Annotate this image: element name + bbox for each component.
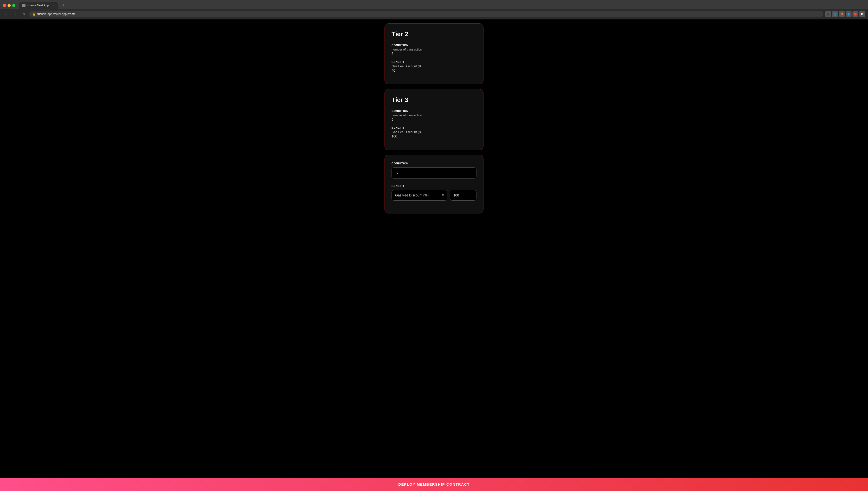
tier-3-benefit-label: BENEFIT [392, 126, 476, 129]
extension-icon-1[interactable]: ⬛ [825, 11, 831, 17]
minimize-window-button[interactable] [7, 4, 11, 7]
form-condition-section: CONDITION [392, 162, 476, 179]
extension-icon-4[interactable]: 🔷 [846, 11, 851, 17]
browser-chrome: Create Next App ✕ + ← → ↻ 🔒 fuchsia-app.… [0, 0, 868, 20]
tier-3-condition-value: 5 [392, 118, 476, 121]
window-controls [3, 4, 15, 7]
content-inner: Tier 2 CONDITION number of transaction 5… [381, 20, 487, 222]
tier-2-title: Tier 2 [392, 30, 476, 38]
tier-2-card: Tier 2 CONDITION number of transaction 5… [384, 23, 484, 84]
extension-icon-6[interactable]: 🅰 [859, 11, 865, 17]
active-tab[interactable]: Create Next App ✕ [19, 2, 58, 9]
tier-3-benefit-sublabel: Gas Fee Discount (%) [392, 130, 476, 134]
benefit-row: Gas Fee Discount (%) Cashback (%) Fixed … [392, 190, 476, 201]
new-tier-form-card: CONDITION BENEFIT Gas Fee Discount (%) C… [384, 155, 484, 213]
tab-close-icon[interactable]: ✕ [51, 3, 55, 7]
maximize-window-button[interactable] [12, 4, 15, 7]
url-bar[interactable]: 🔒 fuchsia-app.vercel.app/create [29, 11, 824, 17]
address-bar: ← → ↻ 🔒 fuchsia-app.vercel.app/create ⬛ … [0, 9, 868, 20]
tier-2-benefit-sublabel: Gas Fee Discount (%) [392, 64, 476, 68]
tab-favicon-icon [22, 4, 26, 7]
extension-icon-5[interactable]: 🔴 [852, 11, 858, 17]
back-button[interactable]: ← [3, 11, 10, 18]
lock-icon: 🔒 [32, 12, 36, 16]
close-window-button[interactable] [3, 4, 6, 7]
extension-icon-2[interactable]: 🌐 [832, 11, 838, 17]
form-benefit-section: BENEFIT Gas Fee Discount (%) Cashback (%… [392, 184, 476, 201]
browser-extensions: ⬛ 🌐 🦊 🔷 🔴 🅰 [825, 11, 865, 17]
forward-button[interactable]: → [12, 11, 19, 18]
tier-2-condition-value: 5 [392, 52, 476, 56]
tier-3-condition-sublabel: number of transaction [392, 113, 476, 117]
tier-3-benefit-value: 100 [392, 134, 476, 138]
benefit-type-select[interactable]: Gas Fee Discount (%) Cashback (%) Fixed … [392, 190, 447, 201]
page-content: Tier 2 CONDITION number of transaction 5… [0, 20, 868, 491]
tab-bar: Create Next App ✕ + [0, 0, 868, 9]
extension-icon-3[interactable]: 🦊 [839, 11, 845, 17]
tab-title: Create Next App [27, 4, 49, 7]
tier-3-benefit-section: BENEFIT Gas Fee Discount (%) 100 [392, 126, 476, 138]
deploy-membership-button[interactable]: DEPLOY MEMBERSHIP CONTRACT [0, 478, 868, 491]
tier-3-title: Tier 3 [392, 96, 476, 104]
form-benefit-label: BENEFIT [392, 184, 476, 187]
condition-input[interactable] [392, 167, 476, 179]
refresh-button[interactable]: ↻ [20, 11, 27, 18]
tier-2-condition-label: CONDITION [392, 44, 476, 47]
tier-2-condition-sublabel: number of transaction [392, 48, 476, 51]
url-text: fuchsia-app.vercel.app/create [37, 12, 75, 16]
deploy-label: DEPLOY MEMBERSHIP CONTRACT [398, 482, 470, 486]
benefit-value-input[interactable] [450, 190, 476, 201]
tier-3-condition-section: CONDITION number of transaction 5 [392, 110, 476, 121]
tier-2-benefit-section: BENEFIT Gas Fee Discount (%) 40 [392, 60, 476, 73]
tier-3-card: Tier 3 CONDITION number of transaction 5… [384, 89, 484, 150]
tier-2-benefit-label: BENEFIT [392, 60, 476, 63]
tier-3-condition-label: CONDITION [392, 110, 476, 112]
tier-2-condition-section: CONDITION number of transaction 5 [392, 44, 476, 56]
new-tab-button[interactable]: + [60, 2, 67, 9]
tier-2-benefit-value: 40 [392, 68, 476, 73]
form-condition-label: CONDITION [392, 162, 476, 165]
